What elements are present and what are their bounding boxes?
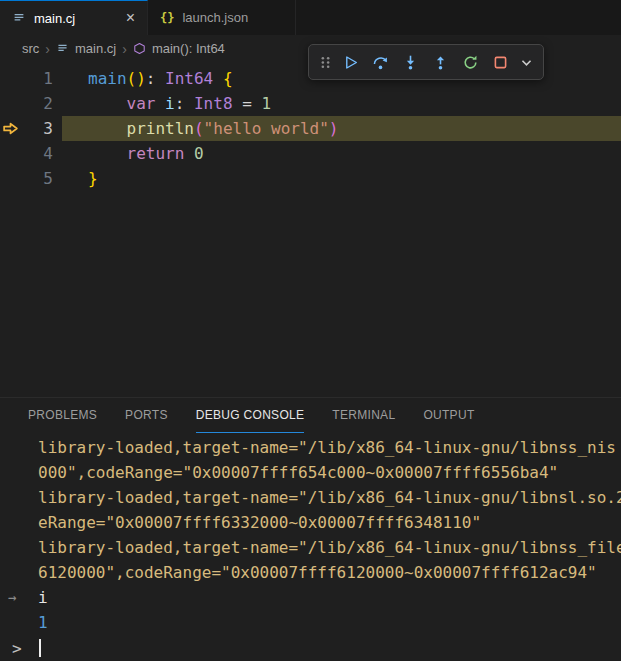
stop-icon bbox=[492, 54, 509, 71]
editor-tab-bar: main.cj × {} launch.json bbox=[0, 0, 621, 35]
line-number[interactable]: 5 bbox=[0, 166, 53, 191]
code-text: main(): Int64 { bbox=[53, 66, 233, 91]
console-line: eRange="0x00007ffff6332000~0x00007ffff63… bbox=[0, 510, 621, 535]
debug-restart-button[interactable] bbox=[456, 48, 484, 76]
step-over-icon bbox=[372, 54, 389, 71]
breadcrumb-item-file[interactable]: main.cj bbox=[75, 41, 116, 56]
continue-icon bbox=[342, 54, 359, 71]
restart-icon bbox=[462, 54, 479, 71]
vscode-window: main.cj × {} launch.json src › main.cj ›… bbox=[0, 0, 621, 661]
editor-lines: 1main(): Int64 {2 var i: Int8 = 13 print… bbox=[0, 66, 621, 191]
tab-main-cj[interactable]: main.cj × bbox=[0, 0, 148, 35]
drag-handle-icon[interactable] bbox=[316, 48, 334, 76]
breadcrumb-item-symbol[interactable]: main(): Int64 bbox=[152, 41, 225, 56]
console-line: library-loaded,target-name="/lib/x86_64-… bbox=[0, 435, 621, 460]
prompt-chevron-icon: > bbox=[12, 639, 22, 658]
debug-toolbar bbox=[308, 44, 544, 80]
tab-label: main.cj bbox=[34, 11, 75, 26]
breadcrumb-item-src[interactable]: src bbox=[22, 41, 39, 56]
code-text: println("hello world") bbox=[53, 116, 338, 141]
console-line: library-loaded,target-name="/lib/x86_64-… bbox=[0, 485, 621, 510]
symbol-method-icon bbox=[133, 42, 146, 55]
line-number[interactable]: 2 bbox=[0, 91, 53, 116]
tab-label: launch.json bbox=[182, 10, 248, 25]
editor[interactable]: 1main(): Int64 {2 var i: Int8 = 13 print… bbox=[0, 62, 621, 397]
step-out-icon bbox=[432, 54, 449, 71]
panel-tab-problems[interactable]: PROBLEMS bbox=[28, 398, 97, 433]
step-into-icon bbox=[402, 54, 419, 71]
console-line: 1 bbox=[0, 610, 621, 635]
debug-console-output[interactable]: library-loaded,target-name="/lib/x86_64-… bbox=[0, 433, 621, 635]
tab-bar-empty-space bbox=[296, 0, 621, 35]
chevron-right-icon: › bbox=[122, 41, 127, 57]
console-line: 000",codeRange="0x00007ffff654c000~0x000… bbox=[0, 460, 621, 485]
json-icon: {} bbox=[160, 11, 174, 25]
panel-tab-debug-console[interactable]: DEBUG CONSOLE bbox=[196, 398, 305, 433]
debug-console-input[interactable]: > bbox=[0, 635, 621, 661]
console-line: 6120000",codeRange="0x00007ffff6120000~0… bbox=[0, 560, 621, 585]
file-icon bbox=[56, 42, 69, 55]
debug-step-out-button[interactable] bbox=[426, 48, 454, 76]
debug-more-actions-button[interactable] bbox=[516, 48, 536, 76]
input-arrow-icon: → bbox=[8, 585, 16, 610]
code-text: } bbox=[53, 166, 98, 191]
panel-tab-terminal[interactable]: TERMINAL bbox=[332, 398, 395, 433]
code-text: var i: Int8 = 1 bbox=[53, 91, 271, 116]
line-number[interactable]: 1 bbox=[0, 66, 53, 91]
debug-continue-button[interactable] bbox=[336, 48, 364, 76]
debug-step-over-button[interactable] bbox=[366, 48, 394, 76]
chevron-right-icon: › bbox=[45, 41, 50, 57]
code-line[interactable]: 4 return 0 bbox=[0, 141, 621, 166]
code-line[interactable]: 5} bbox=[0, 166, 621, 191]
panel-tab-output[interactable]: OUTPUT bbox=[423, 398, 474, 433]
code-text: return 0 bbox=[53, 141, 204, 166]
debug-current-line-arrow-icon bbox=[2, 120, 19, 137]
close-icon[interactable]: × bbox=[126, 11, 135, 25]
chevron-down-icon bbox=[518, 54, 535, 71]
debug-step-into-button[interactable] bbox=[396, 48, 424, 76]
code-line[interactable]: 2 var i: Int8 = 1 bbox=[0, 91, 621, 116]
panel-tab-ports[interactable]: PORTS bbox=[125, 398, 168, 433]
text-cursor bbox=[39, 639, 41, 657]
panel-tab-bar: PROBLEMSPORTSDEBUG CONSOLETERMINALOUTPUT bbox=[0, 397, 621, 433]
console-line: library-loaded,target-name="/lib/x86_64-… bbox=[0, 535, 621, 560]
console-line: →i bbox=[0, 585, 621, 610]
file-icon bbox=[12, 11, 26, 25]
debug-stop-button[interactable] bbox=[486, 48, 514, 76]
tab-launch-json[interactable]: {} launch.json bbox=[148, 0, 296, 35]
code-line[interactable]: 3 println("hello world") bbox=[0, 116, 621, 141]
line-number[interactable]: 4 bbox=[0, 141, 53, 166]
